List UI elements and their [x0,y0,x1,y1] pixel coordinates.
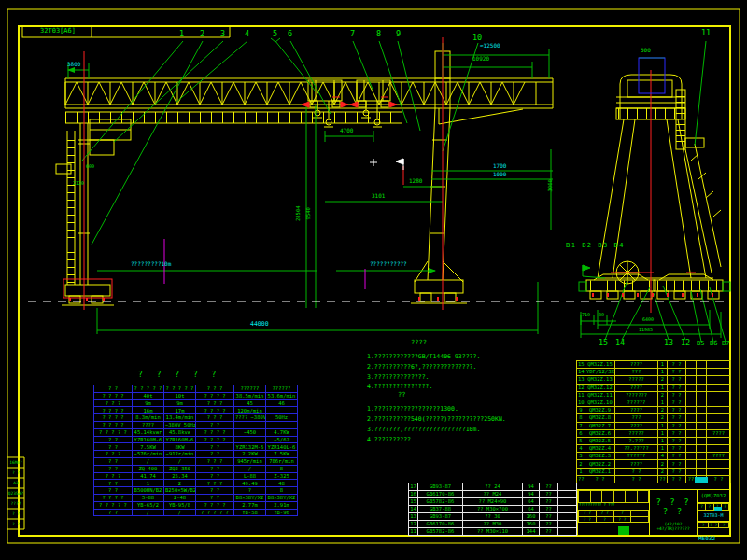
table-cell: 2 [658,391,668,399]
table-cell [686,460,697,468]
table-cell: ? ? [615,468,658,475]
table-cell: ? ? ? ? [196,407,234,414]
table-cell: ???? [615,361,658,369]
magenta-ticks [164,239,365,289]
table-cell: ????? [615,429,658,437]
corner-label: 32T03[A6] [28,28,88,35]
table-cell [707,361,731,369]
table-cell: ?? M24×90 [463,498,523,506]
table-cell: 41.74 [133,472,164,480]
table-cell: QM32Z.11 [585,391,615,399]
table-cell: 38.5m/min [234,392,266,399]
table-cell [707,376,731,384]
table-cell: ~380V 50Hz [164,421,196,428]
table-cell [697,468,707,475]
table-cell [697,437,707,444]
table-cell: 1 [658,361,668,369]
table-cell: Z-325 [266,472,298,480]
params-table-title: ? ? ? ? ? [138,371,220,379]
dim-28504: 28504 [296,197,302,231]
table-cell [266,421,298,428]
table-cell: ? [721,504,728,511]
table-cell: ? ? [668,453,686,460]
table-cell: ???? [133,421,164,428]
table-cell: ? ? ? [196,457,234,465]
table-cell: YZR160M-6 [133,436,164,443]
table-cell: 17m [164,407,196,414]
table-cell: 120m/min [234,407,266,414]
table-cell: ? ? [668,429,686,437]
table-cell: ??? [615,369,658,376]
table-cell: 15 [409,498,418,506]
strip-row-5: ???? [7,498,24,509]
table-cell: 12 [409,521,418,528]
table-cell: ?? [540,528,558,536]
table-cell: 15 [577,361,585,369]
table-cell [697,407,707,414]
table-cell: 7.5KW [266,451,298,458]
table-cell: ? [698,522,709,528]
table-cell [697,399,707,406]
table-cell: ? ? [668,407,686,414]
table-cell: 2 [658,468,668,475]
table-cell: ? ? ? ? [94,421,133,428]
table-cell: ? ? [196,472,234,480]
table-cell: ? ? [196,494,234,501]
callout-10: 10 [472,34,482,42]
dim-12500: ≈12500 [480,43,500,49]
notes-title-2: ?? [398,392,405,399]
table-cell: ? ? ? ? [94,414,133,422]
parameters-table-right: ? ? ?????????????? ? ? ?38.5m/min53.6m/m… [195,385,298,516]
table-cell: 2 [658,407,668,414]
dim-44000: 44000 [250,321,269,328]
dim-1700: 1700 [493,163,506,169]
dim-80: 80 [599,313,604,317]
highlight-chip-green [618,526,629,535]
table-cell: ? ? [94,436,133,443]
callout-7: 7 [350,30,355,38]
table-cell: 46 [266,399,298,407]
dim-3800: 3800 [67,62,80,67]
table-cell [707,437,731,444]
table-cell: GB5782-86 [418,528,463,536]
table-cell [266,407,298,414]
table-cell: ?? [658,475,668,483]
table-cell: 12 [577,384,585,391]
table-cell: ? ? [613,516,631,523]
table-cell: ?? [540,513,558,521]
table-cell: 160 [523,521,540,528]
table-cell: YB-58 [234,509,266,516]
table-cell [686,453,697,460]
table-cell: 13.4m/min [164,414,196,422]
table-cell: 25.34 [164,472,196,480]
table-cell: 9m [133,399,164,407]
callout-b1-b4: B1 B2 B3 B4 [566,243,625,249]
table-cell: 16 [409,491,418,498]
model-zone: (QM)Z032 ???? 32T03-M ?? ?? [698,490,729,535]
callout-5: 5 [273,30,277,38]
table-cell: YDF/12/3X2 [585,369,615,376]
table-cell: 8 [266,487,298,495]
table-cell [697,460,707,468]
strip-row-2: ? ? [7,468,24,478]
table-cell: ? ? [668,399,686,406]
dim-4700: 4700 [340,128,353,133]
table-cell: 50Hz [266,414,298,422]
table-cell: ? ? [668,414,686,422]
table-cell: ?????? [266,385,298,393]
note-rail-left: ?????????10m [131,261,171,267]
table-cell: ??? [615,414,658,422]
table-cell: 1 [658,399,668,406]
table-cell: GB93-87 [418,483,463,491]
table-cell [558,491,577,498]
table-cell: / [164,457,196,465]
title-zone: ? ? ? ? ? (4?/10?+4?/TR)?????? [650,490,698,535]
table-cell [558,513,577,521]
dim-11985: 11985 [639,328,653,332]
table-cell [686,384,697,391]
table-cell: QM32Z.7 [585,422,615,429]
table-cell: ? ? ? ? [196,428,234,436]
table-cell [686,407,697,414]
table-cell: ? ? [196,443,234,451]
table-cell: ? ? [668,376,686,384]
